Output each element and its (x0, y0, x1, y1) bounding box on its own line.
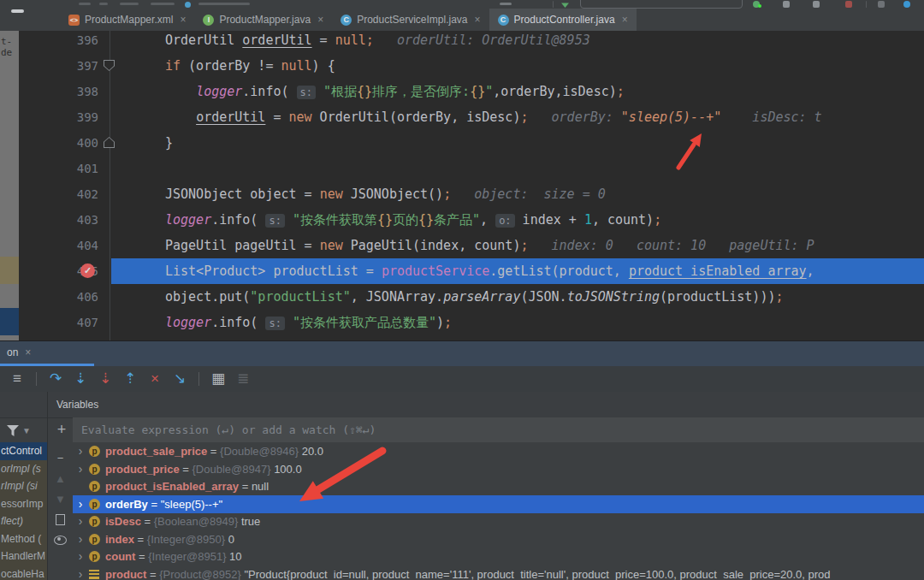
stack-frame-row[interactable]: rImpl (si (0, 477, 47, 495)
code-token: null (335, 33, 366, 48)
step-over-icon[interactable]: ↷ (47, 370, 64, 388)
variable-value: null (252, 480, 269, 493)
stack-frame-row[interactable]: ctControl (0, 442, 47, 460)
chevron-right-icon[interactable]: › (75, 530, 86, 548)
code-line[interactable]: JSONObject object = new JSONObject(); ob… (0, 181, 924, 207)
tab-productmapper-xml[interactable]: <>ProductMapper.xml× (60, 9, 194, 31)
debug-session-tab[interactable]: on× (7, 341, 31, 364)
profiler-run-icon[interactable] (813, 1, 820, 8)
run-configuration-combo[interactable] (580, 0, 743, 9)
move-up-icon[interactable]: ▲ (48, 470, 73, 487)
toolbar-separator (36, 372, 37, 386)
variable-row-product[interactable]: ›product = {Product@8952} "Product{produ… (73, 565, 924, 580)
code-token: {} (357, 84, 372, 99)
code-line[interactable]: OrderUtil orderUtil = null; orderUtil: O… (0, 31, 924, 53)
close-icon[interactable]: × (317, 14, 323, 26)
chevron-right-icon[interactable]: › (75, 565, 86, 580)
evaluate-expression-icon[interactable]: ▦ (210, 370, 227, 388)
code-line[interactable]: logger.info( s: "根据{}排序，是否倒序:{}",orderBy… (0, 79, 924, 104)
variable-row-index[interactable]: ›pindex = {Integer@8950} 0 (73, 530, 924, 548)
code-line[interactable]: if (orderBy != null) { (0, 53, 924, 79)
code-line[interactable]: logger.info( s: "按条件获取产品总数量"); (0, 310, 924, 335)
code-token: if (165, 58, 181, 74)
variable-value: 100.0 (274, 463, 302, 476)
variables-panel-header: Variables (0, 392, 924, 418)
frames-filter[interactable]: ▼ (7, 421, 44, 440)
code-editor[interactable]: 396397398399400401402403404405406407408 … (0, 31, 924, 340)
search-everywhere-icon[interactable] (903, 1, 910, 8)
force-step-into-icon[interactable]: ⇣ (97, 370, 114, 388)
tab-productserviceimpl-java[interactable]: CProductServiceImpl.java× (332, 9, 489, 31)
stop-icon[interactable] (845, 1, 852, 8)
evaluate-expression-field[interactable]: Evaluate expression (↵) or add a watch (… (73, 417, 924, 442)
code-token: {} (470, 84, 485, 99)
chevron-right-icon[interactable]: › (75, 547, 86, 565)
chevron-down-icon[interactable] (561, 2, 569, 8)
coverage-run-icon[interactable] (783, 1, 790, 8)
variable-value: "sleep(5)--+" (161, 498, 222, 511)
code-line[interactable]: logger.info( s: "…" (0, 335, 924, 340)
chevron-right-icon[interactable]: › (75, 512, 86, 530)
variable-row-isDesc[interactable]: ›pisDesc = {Boolean@8949} true (73, 512, 924, 530)
show-options-eye-icon[interactable] (48, 531, 73, 548)
tab-productcontroller-java[interactable]: CProductController.java× (489, 9, 637, 31)
code-line[interactable]: object.put("productList", JSONArray.pars… (0, 284, 924, 310)
variable-row-product_sale_price[interactable]: ›pproduct_sale_price = {Double@8946} 20.… (73, 442, 924, 460)
code-line[interactable]: logger.info( s: "按条件获取第{}页的{}条产品", o: in… (0, 207, 924, 233)
remove-watch-icon[interactable]: − (48, 449, 73, 466)
stack-frame-row[interactable]: ocableHa (0, 565, 47, 580)
code-line[interactable]: orderUtil = new OrderUtil(orderBy, isDes… (0, 104, 924, 130)
toolbar-separator (866, 1, 867, 8)
code-line[interactable] (0, 156, 924, 181)
variable-row-product_price[interactable]: ›pproduct_price = {Double@8947} 100.0 (73, 460, 924, 478)
more-menu-icon[interactable]: ≡ (9, 370, 26, 388)
drop-frame-icon[interactable]: × (146, 370, 163, 388)
close-icon[interactable]: × (622, 14, 628, 26)
tab-productmapper-java[interactable]: IProductMapper.java× (194, 9, 332, 31)
chevron-right-icon[interactable]: › (75, 495, 86, 513)
close-icon[interactable]: × (25, 346, 31, 358)
stack-frame-row[interactable]: orImpl (s (0, 460, 47, 478)
close-icon[interactable]: × (180, 14, 186, 26)
variable-row-count[interactable]: ›pcount = {Integer@8951} 10 (73, 547, 924, 565)
chevron-right-icon[interactable]: › (75, 460, 86, 478)
variable-value: "Product{product_id=null, product_name='… (244, 568, 830, 580)
variable-row-orderBy[interactable]: ›porderBy = "sleep(5)--+" (73, 495, 924, 513)
code-token: } (165, 135, 173, 151)
code-token: ) (436, 315, 444, 330)
variable-name: isDesc (105, 515, 141, 528)
variable-text: product_price = {Double@8947} 100.0 (105, 460, 924, 478)
stack-frame-row[interactable]: flect) (0, 512, 47, 530)
step-into-icon[interactable]: ⇣ (72, 370, 89, 388)
toolbar-icon[interactable] (878, 1, 885, 8)
move-down-icon[interactable]: ▼ (48, 490, 73, 507)
frames-list[interactable]: ctControlorImpl (srImpl (siessorImpflect… (0, 442, 47, 580)
copy-stack-icon[interactable] (48, 511, 73, 528)
code-line[interactable]: List<Product> productList = productServi… (0, 258, 924, 284)
editor-tab-bar: <>ProductMapper.xml×IProductMapper.java×… (0, 9, 924, 31)
code-line[interactable]: } (0, 130, 924, 156)
layout-settings-icon[interactable]: ≣ (234, 370, 252, 388)
run-to-cursor-icon[interactable]: ↘ (171, 370, 188, 388)
add-watch-button[interactable]: + (51, 419, 72, 440)
code-token: " (485, 84, 493, 99)
step-out-icon[interactable]: ⇡ (121, 370, 139, 388)
variable-row-product_isEnabled_array[interactable]: pproduct_isEnabled_array = null (73, 477, 924, 495)
close-icon[interactable]: × (475, 14, 481, 26)
stack-frame-row[interactable]: Method ( (0, 530, 47, 548)
code-token: 排序，是否倒序: (372, 84, 470, 99)
stack-frame-row[interactable]: HandlerM (0, 547, 47, 565)
breakpoint-icon[interactable]: ✓ (80, 263, 95, 278)
variables-tree[interactable]: ›pproduct_sale_price = {Double@8946} 20.… (73, 442, 924, 580)
variable-name: index (105, 533, 134, 546)
code-token: logger (165, 315, 211, 330)
code-token: , (480, 212, 495, 228)
stack-frame-row[interactable]: essorImp (0, 495, 47, 513)
debug-content: ctControlorImpl (srImpl (siessorImpflect… (0, 442, 924, 580)
toolbar-icon[interactable] (500, 3, 512, 5)
parameter-icon: p (89, 516, 100, 527)
inline-debugger-hint: object: size = 0 (451, 186, 606, 202)
chevron-right-icon[interactable]: › (75, 442, 86, 460)
inline-debugger-hint: orderUtil: OrderUtil@8953 (374, 33, 590, 48)
code-line[interactable]: PageUtil pageUtil = new PageUtil(index, … (0, 233, 924, 258)
